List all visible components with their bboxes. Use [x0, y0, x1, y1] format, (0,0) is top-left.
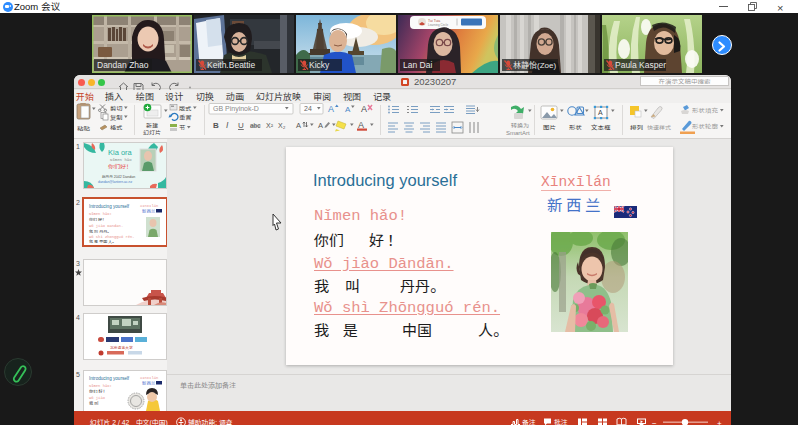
- svg-text:形状: 形状: [569, 122, 583, 132]
- svg-text:Tui Tuia: Tui Tuia: [428, 19, 440, 23]
- svg-text:我 叫: 我 叫: [89, 400, 99, 406]
- svg-text:A: A: [345, 105, 351, 114]
- svg-text:版式: 版式: [179, 104, 191, 113]
- svg-text:北京语言大学: 北京语言大学: [110, 345, 133, 350]
- svg-text:+: +: [717, 419, 722, 425]
- svg-text:复制: 复制: [110, 113, 122, 122]
- svg-text:格式: 格式: [110, 123, 122, 132]
- svg-text:你们 好！: 你们 好！: [89, 216, 106, 222]
- svg-text:形状填充: 形状填充: [692, 105, 719, 115]
- svg-text:Keith.Beattie: Keith.Beattie: [207, 60, 255, 70]
- svg-text:abc: abc: [250, 122, 261, 129]
- svg-text:重置: 重置: [179, 113, 191, 122]
- svg-text:A: A: [598, 109, 603, 116]
- svg-text:A: A: [328, 104, 334, 114]
- svg-text:Paula Kasper: Paula Kasper: [615, 60, 666, 70]
- svg-text:批注: 批注: [554, 417, 568, 425]
- svg-text:GB Pinyinok-D: GB Pinyinok-D: [213, 105, 259, 113]
- svg-text:dandan@lantern.ac.nz: dandan@lantern.ac.nz: [98, 180, 132, 184]
- svg-text:A: A: [296, 121, 301, 130]
- svg-text:排列: 排列: [630, 122, 643, 132]
- svg-text:我 叫 丹丹。: 我 叫 丹丹。: [89, 228, 111, 234]
- svg-text:Kia ora: Kia ora: [108, 148, 133, 157]
- svg-text:X²: X²: [266, 122, 274, 129]
- svg-text:快速样式: 快速样式: [647, 123, 671, 132]
- svg-text:图片: 图片: [543, 122, 556, 132]
- svg-text:Lan Dai: Lan Dai: [403, 60, 432, 70]
- svg-text:节: 节: [179, 123, 186, 132]
- svg-text:A: A: [358, 120, 364, 130]
- svg-text:Introducing yourself: Introducing yourself: [89, 204, 130, 209]
- svg-text:24: 24: [304, 105, 312, 112]
- svg-text:转换为: 转换为: [511, 121, 529, 130]
- svg-text:你们 好！: 你们 好！: [89, 388, 107, 394]
- svg-text:U: U: [238, 121, 244, 130]
- svg-text:形状轮廓: 形状轮廓: [692, 121, 719, 131]
- svg-text:林静怡(Zoe): 林静怡(Zoe): [513, 59, 556, 70]
- svg-text:文本框: 文本框: [591, 122, 611, 132]
- svg-text:A: A: [318, 121, 323, 130]
- svg-text:赵丹丹 2042 Dandan: 赵丹丹 2042 Dandan: [102, 174, 135, 179]
- svg-text:Kicky: Kicky: [309, 60, 330, 70]
- svg-text:幻灯片: 幻灯片: [143, 128, 161, 137]
- svg-text:幻灯片 2 / 42: 幻灯片 2 / 42: [90, 417, 130, 425]
- svg-text:中文(中国): 中文(中国): [136, 417, 168, 425]
- svg-text:粘贴: 粘贴: [77, 123, 91, 133]
- svg-text:新西兰: 新西兰: [142, 380, 156, 386]
- svg-text:剪切: 剪切: [110, 104, 122, 113]
- svg-text:I: I: [226, 120, 229, 130]
- svg-text:我 是 中国 人。: 我 是 中国 人。: [89, 238, 116, 244]
- svg-text:Introducing yourself: Introducing yourself: [89, 376, 130, 381]
- svg-text:新西兰: 新西兰: [142, 208, 156, 214]
- svg-text:−: −: [652, 419, 657, 425]
- svg-text:Dandan Zhao: Dandan Zhao: [97, 60, 149, 70]
- svg-text:X₂: X₂: [278, 122, 286, 129]
- svg-text:你们好！: 你们好！: [108, 162, 132, 171]
- svg-text:B: B: [213, 121, 219, 130]
- svg-text:SmartArt: SmartArt: [506, 130, 530, 136]
- svg-text:A: A: [361, 104, 367, 114]
- svg-text:Learning Circle: Learning Circle: [428, 23, 449, 27]
- svg-text:备注: 备注: [522, 417, 536, 425]
- svg-text:辅助功能: 调查: 辅助功能: 调查: [188, 417, 233, 425]
